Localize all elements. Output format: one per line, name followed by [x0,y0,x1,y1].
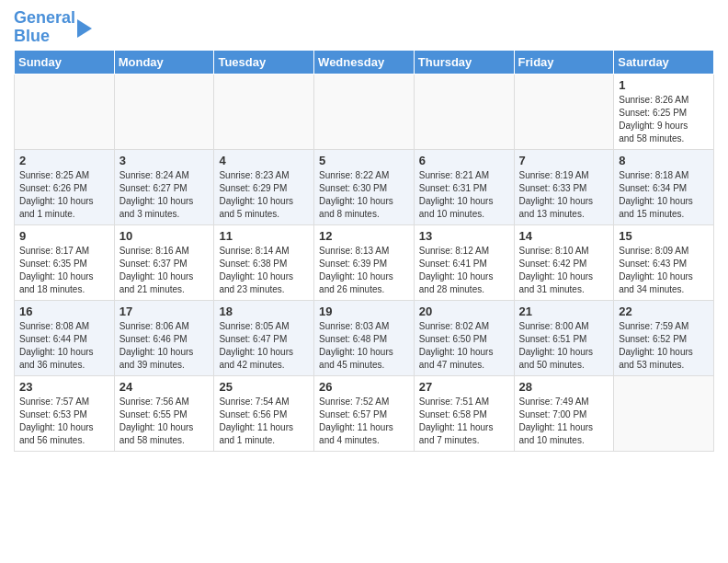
logo: General Blue [14,9,92,46]
calendar-day: 4Sunrise: 8:23 AM Sunset: 6:29 PM Daylig… [214,149,314,224]
calendar-day: 7Sunrise: 8:19 AM Sunset: 6:33 PM Daylig… [514,149,614,224]
day-number: 5 [319,154,409,167]
day-info: Sunrise: 8:12 AM Sunset: 6:41 PM Dayligh… [419,245,509,296]
day-number: 15 [619,229,709,243]
day-info: Sunrise: 8:13 AM Sunset: 6:39 PM Dayligh… [319,245,409,296]
calendar-day: 6Sunrise: 8:21 AM Sunset: 6:31 PM Daylig… [414,149,514,224]
day-info: Sunrise: 8:05 AM Sunset: 6:47 PM Dayligh… [219,320,309,372]
day-number: 8 [619,154,709,167]
header-row-days: SundayMondayTuesdayWednesdayThursdayFrid… [15,50,714,74]
calendar-week-2: 2Sunrise: 8:25 AM Sunset: 6:26 PM Daylig… [15,149,714,224]
day-number: 28 [519,380,609,394]
calendar-day: 23Sunrise: 7:57 AM Sunset: 6:53 PM Dayli… [15,375,115,451]
day-info: Sunrise: 8:03 AM Sunset: 6:48 PM Dayligh… [319,320,409,372]
day-info: Sunrise: 8:09 AM Sunset: 6:43 PM Dayligh… [619,245,709,296]
calendar-header: SundayMondayTuesdayWednesdayThursdayFrid… [15,50,714,74]
day-number: 19 [319,304,409,318]
day-info: Sunrise: 8:21 AM Sunset: 6:31 PM Dayligh… [419,169,509,221]
day-number: 24 [119,380,210,394]
calendar-header-monday: Monday [114,50,214,74]
calendar-day [114,74,214,149]
calendar-header-wednesday: Wednesday [314,50,415,74]
header-row: General Blue [14,9,714,46]
day-number: 26 [319,380,409,394]
calendar-day: 5Sunrise: 8:22 AM Sunset: 6:30 PM Daylig… [314,149,415,224]
calendar-week-4: 16Sunrise: 8:08 AM Sunset: 6:44 PM Dayli… [15,300,714,375]
day-info: Sunrise: 7:51 AM Sunset: 6:58 PM Dayligh… [419,396,509,447]
calendar-header-tuesday: Tuesday [214,50,314,74]
day-number: 4 [219,154,309,167]
calendar-day: 1Sunrise: 8:26 AM Sunset: 6:25 PM Daylig… [614,74,714,149]
calendar-day: 10Sunrise: 8:16 AM Sunset: 6:37 PM Dayli… [114,224,214,300]
page-container: General Blue SundayMondayTuesdayWednesda… [0,0,728,461]
day-number: 16 [19,304,109,318]
day-info: Sunrise: 8:18 AM Sunset: 6:34 PM Dayligh… [619,169,709,221]
day-number: 3 [119,154,210,167]
calendar-table: SundayMondayTuesdayWednesdayThursdayFrid… [14,50,714,452]
day-info: Sunrise: 8:22 AM Sunset: 6:30 PM Dayligh… [319,169,409,221]
day-number: 7 [519,154,609,167]
day-number: 13 [419,229,509,243]
day-info: Sunrise: 7:52 AM Sunset: 6:57 PM Dayligh… [319,396,409,447]
day-info: Sunrise: 7:59 AM Sunset: 6:52 PM Dayligh… [619,320,709,372]
calendar-day [514,74,614,149]
calendar-week-3: 9Sunrise: 8:17 AM Sunset: 6:35 PM Daylig… [15,224,714,300]
calendar-day [614,375,714,451]
day-info: Sunrise: 8:23 AM Sunset: 6:29 PM Dayligh… [219,169,309,221]
day-info: Sunrise: 8:10 AM Sunset: 6:42 PM Dayligh… [519,245,609,296]
day-number: 20 [419,304,509,318]
day-info: Sunrise: 8:17 AM Sunset: 6:35 PM Dayligh… [19,245,109,296]
day-number: 17 [119,304,210,318]
calendar-day: 27Sunrise: 7:51 AM Sunset: 6:58 PM Dayli… [414,375,514,451]
calendar-day: 13Sunrise: 8:12 AM Sunset: 6:41 PM Dayli… [414,224,514,300]
calendar-day: 18Sunrise: 8:05 AM Sunset: 6:47 PM Dayli… [214,300,314,375]
day-number: 25 [219,380,309,394]
calendar-header-friday: Friday [514,50,614,74]
calendar-day: 21Sunrise: 8:00 AM Sunset: 6:51 PM Dayli… [514,300,614,375]
calendar-day: 16Sunrise: 8:08 AM Sunset: 6:44 PM Dayli… [15,300,115,375]
day-info: Sunrise: 7:54 AM Sunset: 6:56 PM Dayligh… [219,396,309,447]
calendar-body: 1Sunrise: 8:26 AM Sunset: 6:25 PM Daylig… [15,74,714,451]
calendar-day: 17Sunrise: 8:06 AM Sunset: 6:46 PM Dayli… [114,300,214,375]
day-info: Sunrise: 8:19 AM Sunset: 6:33 PM Dayligh… [519,169,609,221]
calendar-day: 26Sunrise: 7:52 AM Sunset: 6:57 PM Dayli… [314,375,415,451]
day-number: 2 [19,154,109,167]
day-info: Sunrise: 7:57 AM Sunset: 6:53 PM Dayligh… [19,396,109,447]
day-number: 9 [19,229,109,243]
calendar-day [214,74,314,149]
day-info: Sunrise: 8:00 AM Sunset: 6:51 PM Dayligh… [519,320,609,372]
day-info: Sunrise: 8:02 AM Sunset: 6:50 PM Dayligh… [419,320,509,372]
calendar-day: 8Sunrise: 8:18 AM Sunset: 6:34 PM Daylig… [614,149,714,224]
calendar-day [414,74,514,149]
day-info: Sunrise: 7:56 AM Sunset: 6:55 PM Dayligh… [119,396,210,447]
day-number: 11 [219,229,309,243]
day-info: Sunrise: 8:08 AM Sunset: 6:44 PM Dayligh… [19,320,109,372]
calendar-day [15,74,115,149]
day-info: Sunrise: 8:26 AM Sunset: 6:25 PM Dayligh… [619,94,709,145]
calendar-day: 11Sunrise: 8:14 AM Sunset: 6:38 PM Dayli… [214,224,314,300]
calendar-day: 14Sunrise: 8:10 AM Sunset: 6:42 PM Dayli… [514,224,614,300]
day-info: Sunrise: 8:25 AM Sunset: 6:26 PM Dayligh… [19,169,109,221]
day-number: 27 [419,380,509,394]
calendar-day: 15Sunrise: 8:09 AM Sunset: 6:43 PM Dayli… [614,224,714,300]
day-number: 12 [319,229,409,243]
day-number: 23 [19,380,109,394]
day-info: Sunrise: 8:06 AM Sunset: 6:46 PM Dayligh… [119,320,210,372]
day-info: Sunrise: 8:16 AM Sunset: 6:37 PM Dayligh… [119,245,210,296]
calendar-day: 20Sunrise: 8:02 AM Sunset: 6:50 PM Dayli… [414,300,514,375]
day-number: 1 [619,78,709,92]
calendar-day: 25Sunrise: 7:54 AM Sunset: 6:56 PM Dayli… [214,375,314,451]
calendar-day: 22Sunrise: 7:59 AM Sunset: 6:52 PM Dayli… [614,300,714,375]
day-info: Sunrise: 7:49 AM Sunset: 7:00 PM Dayligh… [519,396,609,447]
calendar-header-saturday: Saturday [614,50,714,74]
calendar-day: 24Sunrise: 7:56 AM Sunset: 6:55 PM Dayli… [114,375,214,451]
calendar-day: 9Sunrise: 8:17 AM Sunset: 6:35 PM Daylig… [15,224,115,300]
calendar-header-sunday: Sunday [15,50,115,74]
calendar-week-1: 1Sunrise: 8:26 AM Sunset: 6:25 PM Daylig… [15,74,714,149]
logo-text-block: General Blue [14,9,92,46]
calendar-day: 3Sunrise: 8:24 AM Sunset: 6:27 PM Daylig… [114,149,214,224]
calendar-header-thursday: Thursday [414,50,514,74]
calendar-day: 19Sunrise: 8:03 AM Sunset: 6:48 PM Dayli… [314,300,415,375]
day-number: 10 [119,229,210,243]
calendar-day [314,74,415,149]
